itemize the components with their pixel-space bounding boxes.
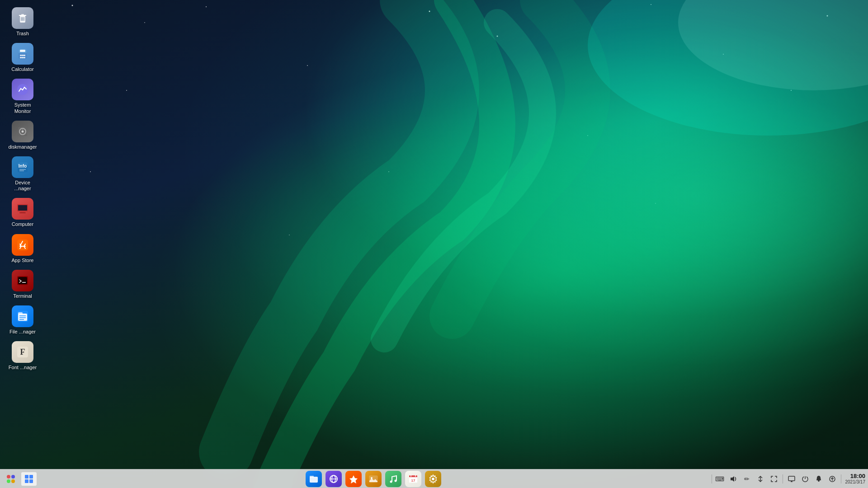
calculator-label: Calculator [11, 66, 34, 72]
svg-point-85 [432, 478, 434, 480]
power-tray[interactable] [799, 473, 811, 485]
display-tray[interactable] [768, 473, 780, 485]
svg-text:F: F [20, 347, 25, 357]
svg-rect-52 [18, 277, 27, 284]
svg-point-77 [390, 480, 392, 483]
taskbar-center: 17 [37, 471, 710, 487]
system-monitor-label: System Monitor [6, 102, 39, 114]
browser-dock[interactable] [326, 471, 342, 487]
task-manager-button[interactable] [21, 472, 37, 486]
desktop-icons: TrashCalculatorSystem Monitordiskmanager… [5, 5, 41, 373]
calendar-dock[interactable]: 17 [405, 471, 421, 487]
svg-point-2 [429, 11, 430, 12]
svg-text:Info: Info [19, 164, 27, 169]
desktop-icon-app-store[interactable]: App Store [5, 231, 41, 266]
app-store-dock[interactable] [345, 471, 362, 487]
desktop-icon-font-manager[interactable]: FFont ...nager [5, 338, 41, 373]
svg-rect-67 [29, 475, 33, 479]
svg-point-65 [11, 479, 15, 483]
svg-rect-66 [25, 475, 28, 479]
file-manager-dock[interactable] [306, 471, 322, 487]
svg-rect-18 [0, 0, 868, 488]
device-manager-label: Device ...nager [6, 180, 39, 192]
computer-icon [12, 198, 33, 220]
desktop-icon-trash[interactable]: Trash [5, 5, 41, 39]
file-manager-label: File ...nager [9, 329, 36, 335]
desktop-icon-device-manager[interactable]: InfoDevice ...nager [5, 154, 41, 194]
svg-rect-71 [310, 476, 314, 478]
apps-button[interactable] [3, 472, 19, 486]
tray-separator-2 [841, 474, 841, 483]
font-manager-icon: F [12, 341, 33, 363]
svg-point-63 [11, 475, 15, 479]
screen-tray[interactable] [785, 473, 798, 485]
svg-point-8 [723, 54, 724, 55]
svg-text:17: 17 [411, 479, 415, 483]
svg-rect-56 [18, 312, 23, 314]
notification-tray[interactable] [812, 473, 825, 485]
svg-rect-17 [0, 0, 868, 488]
svg-point-14 [90, 171, 91, 172]
svg-point-12 [587, 135, 588, 136]
desktop-icon-disk-manager[interactable]: diskmanager [5, 118, 41, 153]
svg-rect-23 [21, 14, 24, 15]
svg-rect-47 [18, 205, 27, 211]
taskbar: 17 ⌨ [0, 469, 868, 488]
desktop-icon-terminal[interactable]: Terminal [5, 267, 41, 302]
svg-point-0 [72, 5, 73, 6]
svg-point-78 [395, 479, 397, 482]
music-dock[interactable] [385, 471, 401, 487]
terminal-icon [12, 270, 33, 291]
pencil-tray[interactable]: ✏ [741, 473, 753, 485]
svg-point-9 [126, 90, 127, 91]
taskbar-center-separator [712, 474, 712, 483]
volume-tray[interactable] [727, 473, 740, 485]
disk-manager-icon [12, 121, 33, 142]
desktop-icon-file-manager[interactable]: File ...nager [5, 303, 41, 338]
usb-tray[interactable] [754, 473, 767, 485]
svg-point-5 [144, 22, 145, 23]
desktop-icon-computer[interactable]: Computer [5, 195, 41, 230]
settings-dock[interactable] [425, 471, 441, 487]
trash-icon [12, 7, 33, 29]
photos-dock[interactable] [365, 471, 382, 487]
svg-rect-31 [22, 55, 24, 56]
svg-point-62 [7, 475, 10, 479]
desktop-icon-calculator[interactable]: Calculator [5, 40, 41, 75]
svg-rect-87 [788, 476, 795, 481]
svg-rect-69 [29, 479, 33, 483]
trash-label: Trash [16, 31, 29, 37]
taskbar-right: ⌨ ✏ [713, 473, 866, 485]
svg-point-11 [289, 235, 290, 235]
aurora-background [0, 0, 868, 488]
svg-point-20 [678, 0, 868, 90]
svg-point-15 [655, 203, 656, 204]
computer-label: Computer [12, 221, 33, 227]
svg-point-64 [7, 479, 10, 483]
svg-rect-34 [22, 57, 24, 58]
svg-point-1 [206, 6, 207, 7]
svg-rect-30 [20, 55, 22, 56]
keyboard-tray[interactable]: ⌨ [713, 473, 726, 485]
svg-point-3 [651, 4, 651, 5]
app-store-icon [12, 234, 33, 256]
svg-rect-49 [19, 212, 26, 213]
taskbar-left [3, 472, 37, 486]
disk-manager-label: diskmanager [9, 144, 37, 150]
clock-date: 2021/3/17 [845, 479, 866, 484]
clock[interactable]: 18:00 2021/3/17 [845, 473, 866, 484]
svg-point-6 [307, 65, 308, 66]
svg-rect-68 [25, 479, 28, 483]
calculator-icon [12, 43, 33, 65]
svg-point-13 [791, 90, 792, 91]
system-monitor-icon [12, 79, 33, 100]
desktop-icon-system-monitor[interactable]: System Monitor [5, 76, 41, 117]
svg-rect-29 [20, 50, 25, 52]
tray-separator-1 [783, 474, 783, 483]
svg-rect-33 [20, 57, 22, 58]
svg-point-19 [588, 0, 868, 136]
updates-tray[interactable] [826, 473, 839, 485]
svg-point-10 [388, 171, 389, 172]
svg-rect-32 [24, 55, 25, 56]
clock-time: 18:00 [850, 473, 865, 479]
